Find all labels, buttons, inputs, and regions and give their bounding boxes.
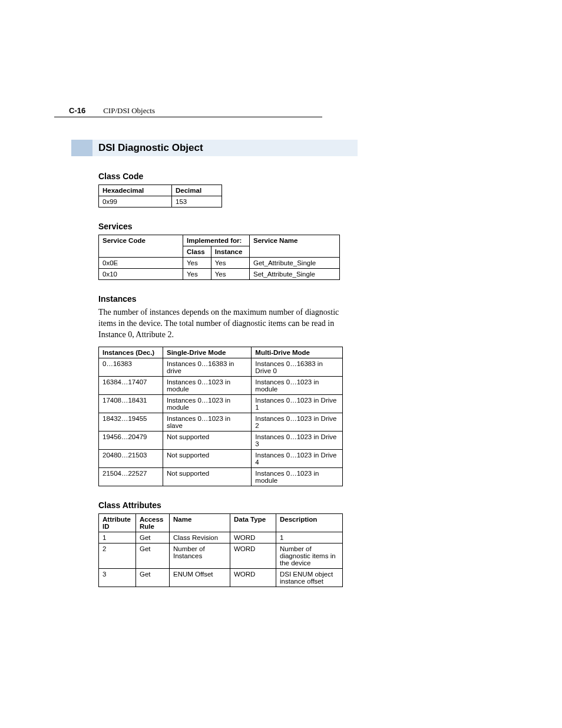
services-name: Get_Attribute_Single [250, 258, 340, 269]
table-row: 20480…21503 Not supported Instances 0…10… [99, 449, 343, 467]
table-row: 17408…18431 Instances 0…1023 in module I… [99, 394, 343, 413]
classattr-col-type: Data Type [230, 513, 276, 532]
table-row: 19456…20479 Not supported Instances 0…10… [99, 431, 343, 449]
instances-col-multi: Multi-Drive Mode [252, 347, 343, 358]
table-row: 16384…17407 Instances 0…1023 in module I… [99, 376, 343, 394]
classattr-heading: Class Attributes [98, 500, 352, 510]
services-instance: Yes [211, 258, 249, 269]
classattr-col-name: Name [170, 513, 230, 532]
classcode-dec: 153 [172, 196, 222, 207]
classattr-col-rule: Access Rule [136, 513, 170, 532]
section-heading: DSI Diagnostic Object [71, 140, 358, 156]
classcode-heading: Class Code [98, 172, 352, 181]
services-col-name: Service Name [250, 235, 340, 258]
instances-col-dec: Instances (Dec.) [99, 347, 163, 358]
instances-body: The number of instances depends on the m… [98, 307, 352, 341]
table-row: 18432…19455 Instances 0…1023 in slave In… [99, 413, 343, 431]
services-class: Yes [183, 258, 211, 269]
instances-heading: Instances [98, 294, 352, 304]
classattr-col-id: Attribute ID [99, 513, 136, 532]
table-row: 2 Get Number of Instances WORD Number of… [99, 543, 343, 568]
page-number: C-16 [69, 106, 85, 115]
instances-col-single: Single-Drive Mode [163, 347, 252, 358]
services-code: 0x10 [99, 269, 183, 280]
classcode-table: Hexadecimal Decimal 0x99 153 [98, 185, 222, 207]
table-row: 3 Get ENUM Offset WORD DSI ENUM object i… [99, 568, 343, 587]
services-col-class: Class [183, 246, 211, 258]
chapter-title: CIP/DSI Objects [103, 106, 155, 116]
services-class: Yes [183, 269, 211, 280]
classattr-table: Attribute ID Access Rule Name Data Type … [98, 513, 343, 587]
classattr-col-desc: Description [276, 513, 343, 532]
services-col-instance: Instance [211, 246, 249, 258]
table-row: 1 Get Class Revision WORD 1 [99, 532, 343, 543]
services-name: Set_Attribute_Single [250, 269, 340, 280]
services-instance: Yes [211, 269, 249, 280]
services-col-impl: Implemented for: [183, 235, 250, 246]
table-row: 0…16383 Instances 0…16383 in drive Insta… [99, 358, 343, 376]
page-header: C-16 CIP/DSI Objects [54, 106, 322, 117]
services-table: Service Code Implemented for: Service Na… [98, 235, 340, 280]
classcode-col-hex: Hexadecimal [99, 185, 172, 196]
services-heading: Services [98, 222, 352, 231]
table-row: 0x10 Yes Yes Set_Attribute_Single [99, 269, 340, 280]
table-row: 0x0E Yes Yes Get_Attribute_Single [99, 258, 340, 269]
classcode-col-dec: Decimal [172, 185, 222, 196]
classcode-hex: 0x99 [99, 196, 172, 207]
instances-table: Instances (Dec.) Single-Drive Mode Multi… [98, 347, 343, 486]
services-code: 0x0E [99, 258, 183, 269]
services-col-code: Service Code [99, 235, 183, 258]
table-row: 21504…22527 Not supported Instances 0…10… [99, 467, 343, 486]
